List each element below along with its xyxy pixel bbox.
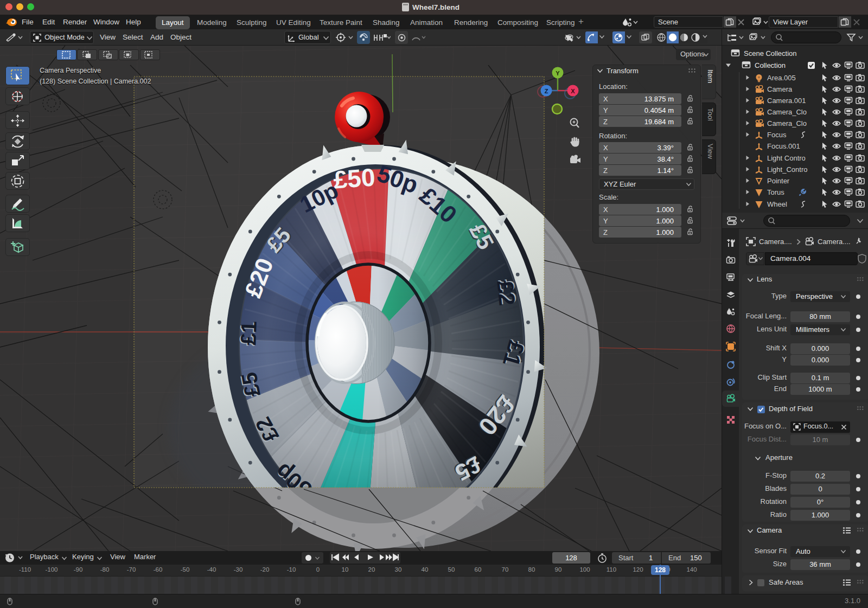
svg-text:£2: £2 xyxy=(492,279,520,306)
svg-text:£1: £1 xyxy=(236,321,261,345)
svg-text:X: X xyxy=(571,88,575,94)
svg-text:Y: Y xyxy=(556,70,560,76)
svg-text:£5: £5 xyxy=(237,370,265,399)
svg-text:Z: Z xyxy=(545,88,548,94)
svg-text:£50: £50 xyxy=(333,163,376,194)
